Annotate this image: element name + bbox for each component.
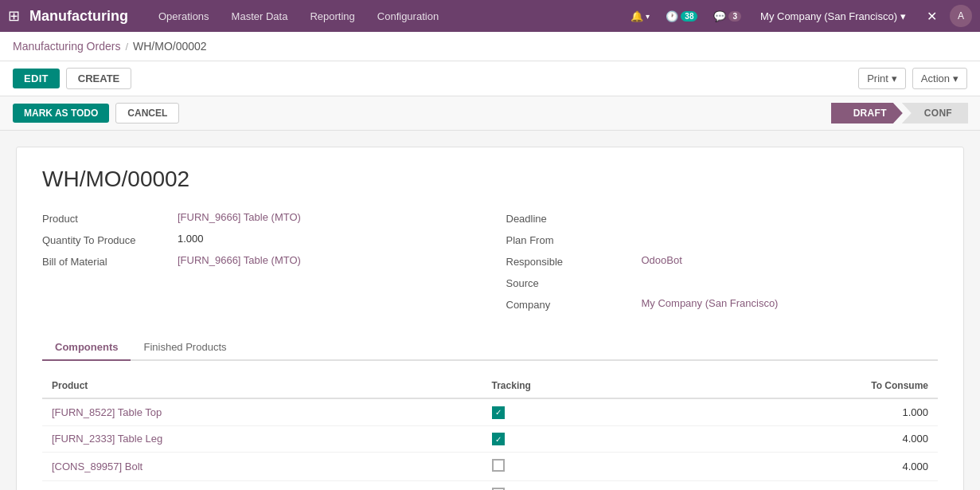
row-tracking-2[interactable] — [482, 453, 680, 481]
create-button[interactable]: CREATE — [66, 68, 131, 89]
breadcrumb-current: WH/MO/00002 — [133, 40, 207, 53]
components-table: Product Tracking To Consume [FURN_8522] … — [42, 374, 938, 490]
print-dropdown-icon: ▾ — [892, 73, 897, 84]
mark-as-todo-button[interactable]: MARK AS TODO — [13, 104, 109, 123]
row-to-consume-2: 4.000 — [680, 453, 938, 481]
right-items: 🔔 ▾ 🕐 38 💬 3 My Company (San Francisco) … — [626, 0, 972, 32]
field-value-product[interactable]: [FURN_9666] Table (MTO) — [178, 211, 301, 223]
main-content: WH/MO/00002 Product [FURN_9666] Table (M… — [0, 131, 980, 490]
row-to-consume-1: 4.000 — [680, 425, 938, 453]
row-product-1[interactable]: [FURN_2333] Table Leg — [42, 425, 482, 453]
form-card: WH/MO/00002 Product [FURN_9666] Table (M… — [16, 147, 964, 490]
field-plan-from: Plan From — [506, 233, 939, 246]
message-count: 3 — [728, 11, 741, 22]
nav-item-operations[interactable]: Operations — [147, 0, 221, 32]
tab-components[interactable]: Components — [42, 335, 131, 361]
field-value-bom[interactable]: [FURN_9666] Table (MTO) — [178, 254, 301, 266]
field-label-deadline: Deadline — [506, 211, 634, 225]
tabs-bar: Components Finished Products — [42, 335, 938, 361]
status-step-confirmed[interactable]: CONF — [902, 103, 968, 123]
field-label-qty: Quantity To Produce — [42, 233, 170, 246]
activity-count: 38 — [681, 11, 697, 22]
nav-item-reporting[interactable]: Reporting — [299, 0, 365, 32]
checkbox-unchecked-icon[interactable] — [492, 459, 505, 472]
checkbox-checked-icon[interactable]: ✓ — [492, 406, 505, 419]
row-to-consume-0: 1.000 — [680, 398, 938, 425]
cancel-button[interactable]: CANCEL — [115, 103, 179, 123]
field-source: Source — [506, 276, 939, 289]
field-qty: Quantity To Produce 1.000 — [42, 233, 474, 246]
checkbox-checked-icon[interactable]: ✓ — [492, 433, 505, 445]
form-fields: Product [FURN_9666] Table (MTO) Quantity… — [42, 211, 938, 319]
breadcrumb-parent[interactable]: Manufacturing Orders — [13, 40, 120, 53]
field-value-qty: 1.000 — [178, 233, 204, 245]
field-value-responsible[interactable]: OdooBot — [642, 254, 682, 266]
status-bar: MARK AS TODO CANCEL DRAFT CONF — [0, 96, 980, 131]
status-pipeline: DRAFT CONF — [831, 103, 967, 123]
app-title: Manufacturing — [29, 8, 128, 25]
nav-item-configuration[interactable]: Configuration — [366, 0, 450, 32]
field-label-company: Company — [506, 297, 634, 311]
field-value-company[interactable]: My Company (San Francisco) — [642, 297, 779, 309]
row-tracking-0[interactable]: ✓ — [482, 398, 680, 425]
field-label-plan-from: Plan From — [506, 233, 634, 246]
row-product-0[interactable]: [FURN_8522] Table Top — [42, 398, 482, 425]
col-header-product: Product — [42, 374, 482, 398]
col-header-tracking: Tracking — [482, 374, 680, 398]
row-product-3[interactable]: [CONS_25630] Screw — [42, 481, 482, 491]
action-dropdown-icon: ▾ — [953, 73, 959, 84]
field-label-product: Product — [42, 211, 170, 225]
row-tracking-3[interactable] — [482, 481, 680, 491]
nav-item-master-data[interactable]: Master Data — [221, 0, 299, 32]
col-header-to-consume: To Consume — [680, 374, 938, 398]
nav-items: Operations Master Data Reporting Configu… — [147, 0, 626, 32]
avatar[interactable]: A — [950, 5, 972, 27]
form-title: WH/MO/00002 — [42, 167, 938, 192]
field-deadline: Deadline — [506, 211, 939, 225]
company-selector[interactable]: My Company (San Francisco) ▾ — [752, 0, 914, 32]
table-row: [FURN_2333] Table Leg ✓ 4.000 — [42, 425, 938, 453]
print-button[interactable]: Print ▾ — [858, 68, 906, 89]
table-row: [CONS_89957] Bolt 4.000 — [42, 453, 938, 481]
field-label-bom: Bill of Material — [42, 254, 170, 268]
field-label-responsible: Responsible — [506, 254, 634, 268]
breadcrumb: Manufacturing Orders / WH/MO/00002 — [0, 32, 980, 61]
table-row: [CONS_25630] Screw 10.000 — [42, 481, 938, 491]
form-right-col: Deadline Plan From Responsible OdooBot S… — [506, 211, 939, 319]
field-bom: Bill of Material [FURN_9666] Table (MTO) — [42, 254, 474, 268]
top-navigation: ⊞ Manufacturing Operations Master Data R… — [0, 0, 980, 32]
action-button[interactable]: Action ▾ — [912, 68, 967, 89]
notification-bell[interactable]: 🔔 ▾ — [626, 7, 654, 25]
apps-icon[interactable]: ⊞ — [8, 7, 20, 25]
row-product-2[interactable]: [CONS_89957] Bolt — [42, 453, 482, 481]
row-to-consume-3: 10.000 — [680, 481, 938, 491]
form-left-col: Product [FURN_9666] Table (MTO) Quantity… — [42, 211, 474, 319]
message-btn[interactable]: 💬 3 — [709, 7, 746, 25]
close-btn[interactable]: ✕ — [920, 6, 943, 27]
action-bar: EDIT CREATE Print ▾ Action ▾ — [0, 61, 980, 96]
breadcrumb-separator: / — [125, 41, 128, 53]
field-product: Product [FURN_9666] Table (MTO) — [42, 211, 474, 225]
status-step-draft[interactable]: DRAFT — [831, 103, 903, 123]
field-label-source: Source — [506, 276, 634, 289]
table-row: [FURN_8522] Table Top ✓ 1.000 — [42, 398, 938, 425]
edit-button[interactable]: EDIT — [13, 69, 60, 88]
activity-btn[interactable]: 🕐 38 — [661, 7, 702, 25]
row-tracking-1[interactable]: ✓ — [482, 425, 680, 453]
field-responsible: Responsible OdooBot — [506, 254, 939, 268]
field-company: Company My Company (San Francisco) — [506, 297, 939, 311]
tab-finished-products[interactable]: Finished Products — [131, 335, 239, 361]
